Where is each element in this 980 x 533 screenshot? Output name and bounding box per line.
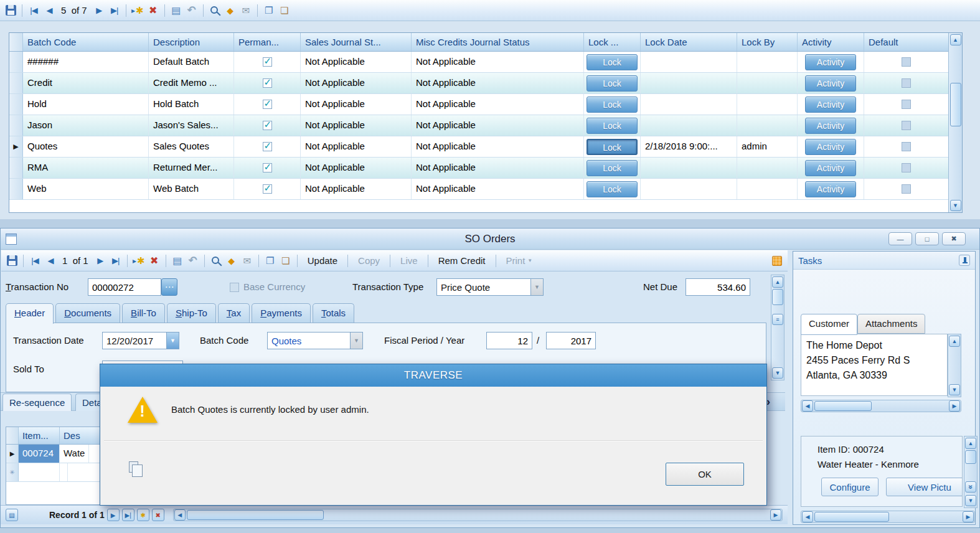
cell-lock[interactable]: Lock (584, 158, 641, 178)
scroll-left-icon[interactable]: ◀ (174, 509, 186, 521)
tab-header[interactable]: Header (6, 303, 54, 324)
cell-default[interactable] (864, 52, 948, 72)
cell-activity[interactable]: Activity (798, 52, 864, 72)
delete-record-icon[interactable]: ✖ (148, 253, 161, 268)
activity-button[interactable]: Activity (805, 54, 856, 70)
form-vertical-scrollbar[interactable]: ▲ ≡ ▼ (771, 275, 784, 380)
cell-lock-by[interactable] (737, 73, 798, 93)
column-lock-date[interactable]: Lock Date (641, 33, 737, 51)
cell-description[interactable]: Web Batch (149, 179, 234, 199)
table-row-selected[interactable]: ▶ Quotes Sales Quotes Not Applicable Not… (9, 136, 962, 158)
copy-order-button[interactable]: Copy (352, 253, 385, 268)
permanent-checkbox[interactable] (263, 184, 272, 194)
cell-misc-credits[interactable]: Not Applicable (412, 115, 584, 136)
cell-sales-journal[interactable]: Not Applicable (301, 73, 412, 93)
scroll-right-icon[interactable]: ▶ (963, 511, 974, 522)
column-activity[interactable]: Activity (798, 33, 864, 51)
permanent-checkbox[interactable] (263, 57, 272, 67)
mail-icon[interactable]: ✉ (240, 253, 254, 268)
scroll-up-icon[interactable]: ▲ (772, 276, 783, 288)
cell-batch-code[interactable]: Quotes (23, 136, 149, 157)
cell-misc-credits[interactable]: Not Applicable (412, 52, 584, 72)
cell-batch-code[interactable]: ###### (23, 52, 149, 72)
cell-lock-by[interactable] (737, 115, 798, 136)
cell-item-id[interactable] (19, 463, 60, 481)
next-record-button[interactable]: ▶ (93, 253, 107, 268)
lock-button[interactable]: Lock (587, 139, 638, 155)
permanent-checkbox[interactable] (263, 78, 272, 88)
lock-button[interactable]: Lock (587, 118, 638, 134)
paste-icon[interactable]: ❏ (278, 3, 291, 18)
scroll-thumb[interactable] (965, 450, 976, 464)
tab-payments[interactable]: Payments (252, 303, 311, 323)
previous-record-button[interactable]: ◀ (44, 253, 57, 268)
close-button[interactable]: ✖ (942, 232, 966, 245)
cell-permanent[interactable] (234, 158, 301, 178)
cell-default[interactable] (864, 94, 948, 115)
default-checkbox[interactable] (902, 57, 911, 67)
new-record-icon[interactable]: ✱ (132, 253, 146, 268)
cell-sales-journal[interactable]: Not Applicable (301, 158, 412, 178)
activity-button[interactable]: Activity (805, 97, 856, 113)
cell-batch-code[interactable]: Jason (23, 115, 149, 136)
batch-grid-vertical-scrollbar[interactable]: ▲ ▼ (948, 33, 962, 212)
customer-horizontal-scrollbar[interactable]: ◀ ▶ (801, 400, 961, 412)
lock-button[interactable]: Lock (587, 54, 638, 70)
table-row[interactable]: Web Web Batch Not Applicable Not Applica… (9, 179, 962, 200)
cell-permanent[interactable] (234, 136, 301, 157)
cell-lock[interactable]: Lock (584, 52, 641, 72)
cell-lock-date[interactable] (641, 52, 737, 72)
scroll-right-icon[interactable]: ▶ (770, 509, 781, 521)
live-button[interactable]: Live (395, 253, 423, 268)
cell-sales-journal[interactable]: Not Applicable (301, 179, 412, 199)
mail-icon[interactable]: ✉ (239, 3, 253, 18)
scroll-up-icon[interactable]: ▲ (965, 438, 976, 449)
scroll-up-icon[interactable]: ▲ (950, 34, 961, 45)
cell-permanent[interactable] (234, 73, 301, 93)
cell-lock[interactable]: Lock (584, 179, 641, 199)
cell-lock-by[interactable] (737, 94, 798, 115)
lock-button[interactable]: Lock (587, 97, 638, 113)
cell-lock-date[interactable] (641, 94, 737, 115)
default-checkbox[interactable] (902, 121, 911, 130)
cell-default[interactable] (864, 179, 948, 199)
cell-sales-journal[interactable]: Not Applicable (301, 136, 412, 157)
splitter-grip-icon[interactable]: ≡ (772, 314, 783, 325)
expand-down-icon[interactable]: » (965, 481, 976, 493)
cell-misc-credits[interactable]: Not Applicable (412, 179, 584, 199)
cell-item-description[interactable] (60, 463, 68, 481)
scroll-down-icon[interactable]: ▼ (949, 384, 960, 395)
cell-misc-credits[interactable]: Not Applicable (412, 73, 584, 93)
column-default[interactable]: Default (864, 33, 948, 51)
column-lock-by[interactable]: Lock By (737, 33, 798, 51)
next-record-button[interactable]: ▶ (92, 3, 106, 18)
transaction-no-input[interactable] (88, 278, 161, 296)
configure-button[interactable]: Configure (821, 478, 879, 496)
default-checkbox[interactable] (902, 78, 911, 88)
row-selector-current[interactable]: ▶ (9, 136, 23, 157)
scroll-thumb[interactable] (950, 83, 961, 126)
cell-lock-date[interactable] (641, 73, 737, 93)
cell-batch-code[interactable]: Web (23, 179, 149, 199)
lock-button[interactable]: Lock (587, 160, 638, 176)
tab-attachments[interactable]: Attachments (857, 314, 925, 334)
lock-button[interactable]: Lock (587, 75, 638, 92)
cell-sales-journal[interactable]: Not Applicable (301, 52, 412, 72)
column-lock[interactable]: Lock ... (584, 33, 641, 51)
customer-vertical-scrollbar[interactable]: ▲ ▼ (948, 334, 961, 397)
tab-totals[interactable]: Totals (313, 303, 354, 323)
cell-item-id[interactable]: 000724 (19, 445, 60, 463)
delete-record-button[interactable]: ✖ (152, 509, 164, 521)
new-record-button[interactable]: ✱ (137, 509, 149, 521)
so-orders-titlebar[interactable]: SO Orders — □ ✖ (1, 229, 979, 250)
cell-batch-code[interactable]: RMA (23, 158, 149, 178)
table-row[interactable]: Jason Jason's Sales... Not Applicable No… (9, 115, 962, 136)
default-checkbox[interactable] (902, 142, 911, 151)
cell-default[interactable] (864, 115, 948, 136)
cell-description[interactable]: Returned Mer... (149, 158, 234, 178)
print-button[interactable]: Print▼ (501, 253, 539, 268)
copy-icon[interactable]: ❐ (263, 253, 277, 268)
table-row[interactable]: ###### Default Batch Not Applicable Not … (9, 52, 962, 73)
permanent-checkbox[interactable] (263, 142, 272, 151)
cell-lock[interactable]: Lock (584, 73, 641, 93)
